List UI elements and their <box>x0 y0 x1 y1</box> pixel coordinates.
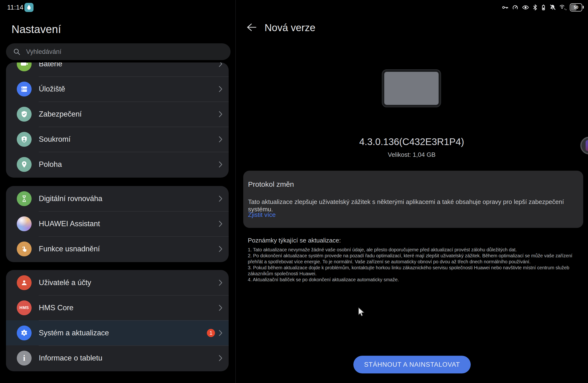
hourglass-icon <box>17 191 32 206</box>
note-item: 1. Tato aktualizace nevymaže žádné vaše … <box>248 247 576 253</box>
hotspot-icon <box>559 4 567 11</box>
battery-percent: 50 <box>574 5 578 10</box>
version-number: 4.3.0.136(C432E3R1P4) <box>235 136 588 147</box>
battery-icon <box>17 63 32 71</box>
sidebar-item-huawei-assistant[interactable]: HUAWEI Assistant <box>6 211 229 236</box>
sidebar-item-baterie[interactable]: Baterie <box>6 63 229 76</box>
sidebar-item-digitalni-rovnovaha[interactable]: Digitální rovnováha <box>6 186 229 211</box>
sidebar-item-zabezpeceni[interactable]: Zabezpečení <box>6 102 229 127</box>
sidebar-item-label: Baterie <box>39 63 219 68</box>
chevron-right-icon <box>219 279 222 286</box>
chevron-right-icon <box>219 355 222 362</box>
info-icon: i <box>17 351 32 365</box>
sidebar-item-system-a-aktualizace[interactable]: Systém a aktualizace 1 <box>6 320 229 345</box>
eye-comfort-icon <box>522 4 529 11</box>
back-button[interactable] <box>246 22 257 32</box>
status-icon-tray: 50 <box>502 3 582 12</box>
tablet-screen <box>384 72 439 105</box>
sidebar-item-label: Funkce usnadnění <box>39 245 219 253</box>
sidebar-item-soukromi[interactable]: Soukromí <box>6 127 229 152</box>
battery-indicator: 50 <box>570 3 582 11</box>
chevron-right-icon <box>219 161 222 168</box>
do-not-disturb-bell-icon <box>549 4 556 11</box>
detail-page-title: Nová verze <box>265 22 315 34</box>
changelog-title: Protokol změn <box>248 180 294 188</box>
bluetooth-icon <box>532 4 538 11</box>
chevron-right-icon <box>219 63 222 67</box>
sidebar-item-label: Zabezpečení <box>39 110 219 119</box>
note-item: 2. Po dokončení aktualizace systém prove… <box>248 253 576 265</box>
assistant-sphere-icon <box>17 216 32 231</box>
location-pin-icon <box>17 157 32 172</box>
battery-saver-icon <box>541 4 546 11</box>
battery-nub <box>583 6 584 9</box>
notes-list: 1. Tato aktualizace nevymaže žádné vaše … <box>248 247 576 283</box>
hms-core-icon: HMS <box>17 300 32 315</box>
sidebar-item-informace-o-tabletu[interactable]: i Informace o tabletu <box>6 345 229 371</box>
chevron-right-icon <box>219 111 222 118</box>
sidebar-item-funkce-usnadneni[interactable]: Funkce usnadnění <box>6 236 229 261</box>
water-drop-notification-icon <box>24 3 34 12</box>
storage-icon <box>17 82 32 96</box>
shield-check-icon <box>17 107 32 122</box>
vpn-key-icon <box>502 4 509 11</box>
sidebar-item-label: HMS Core <box>39 303 219 312</box>
note-item: 4. Aktualizační balíček se po dokončení … <box>248 277 576 283</box>
user-icon <box>17 275 32 290</box>
chevron-right-icon <box>219 86 222 92</box>
chevron-right-icon <box>219 220 222 227</box>
chevron-right-icon <box>219 136 222 143</box>
sidebar-item-label: Informace o tabletu <box>39 354 219 362</box>
chevron-right-icon <box>219 195 222 202</box>
settings-group-system: Uživatelé a účty HMS HMS Core Systém a a… <box>6 270 229 371</box>
search-input[interactable] <box>26 48 209 56</box>
performance-mode-icon <box>512 4 519 11</box>
settings-app-window: 11:14 50 Nastavení <box>0 0 588 383</box>
status-time: 11:14 <box>7 4 23 11</box>
privacy-shield-icon <box>17 132 32 147</box>
download-install-button[interactable]: STÁHNOUT A NAINSTALOVAT <box>353 356 471 373</box>
update-size: Velikost: 1,04 GB <box>235 151 588 158</box>
settings-group-assist: Digitální rovnováha HUAWEI Assistant Fun… <box>6 186 229 262</box>
gear-icon <box>17 326 32 340</box>
chevron-right-icon <box>219 330 222 336</box>
search-icon <box>13 48 21 56</box>
sidebar-item-label: HUAWEI Assistant <box>39 219 219 228</box>
dock-handle-pill <box>586 140 588 151</box>
sidebar-item-uzivatele-a-ucty[interactable]: Uživatelé a účty <box>6 270 229 295</box>
settings-group-general: Baterie Úložiště Zabezpečení Soukromí <box>6 63 229 178</box>
update-count-badge: 1 <box>207 329 215 337</box>
sidebar-item-label: Uživatelé a účty <box>39 278 219 287</box>
sidebar-item-hms-core[interactable]: HMS HMS Core <box>6 295 229 320</box>
sidebar-item-label: Systém a aktualizace <box>39 329 207 337</box>
changelog-body: Tato aktualizace zlepšuje uživatelský zá… <box>248 198 574 213</box>
sidebar-item-label: Úložiště <box>39 85 219 93</box>
notes-heading: Poznámky týkající se aktualizace: <box>248 237 341 244</box>
panel-divider <box>235 0 236 383</box>
changelog-card: Protokol změn Tato aktualizace zlepšuje … <box>243 171 583 228</box>
learn-more-link[interactable]: Zjistit více <box>248 211 276 218</box>
chevron-right-icon <box>219 246 222 252</box>
tablet-update-graphic <box>382 69 441 107</box>
sidebar-item-label: Soukromí <box>39 135 219 144</box>
mouse-cursor <box>357 307 366 318</box>
sidebar-item-label: Poloha <box>39 160 219 169</box>
sidebar-item-label: Digitální rovnováha <box>39 194 219 203</box>
chevron-right-icon <box>219 304 222 311</box>
sidebar-item-poloha[interactable]: Poloha <box>6 152 229 177</box>
sidebar-item-uloziste[interactable]: Úložiště <box>6 76 229 102</box>
search-bar[interactable] <box>6 43 231 60</box>
page-title: Nastavení <box>12 23 61 36</box>
accessibility-touch-icon <box>17 241 32 256</box>
note-item: 3. Pokud během aktualizace dojde k probl… <box>248 265 576 277</box>
